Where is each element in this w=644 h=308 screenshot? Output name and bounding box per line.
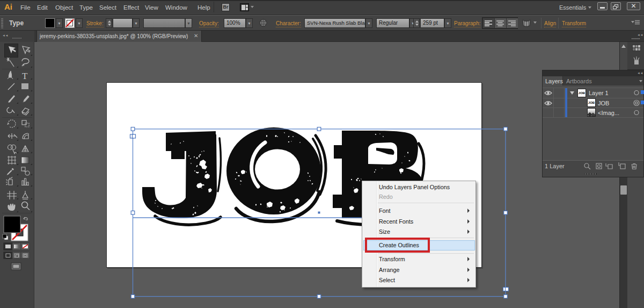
- svg-text:T: T: [22, 71, 28, 81]
